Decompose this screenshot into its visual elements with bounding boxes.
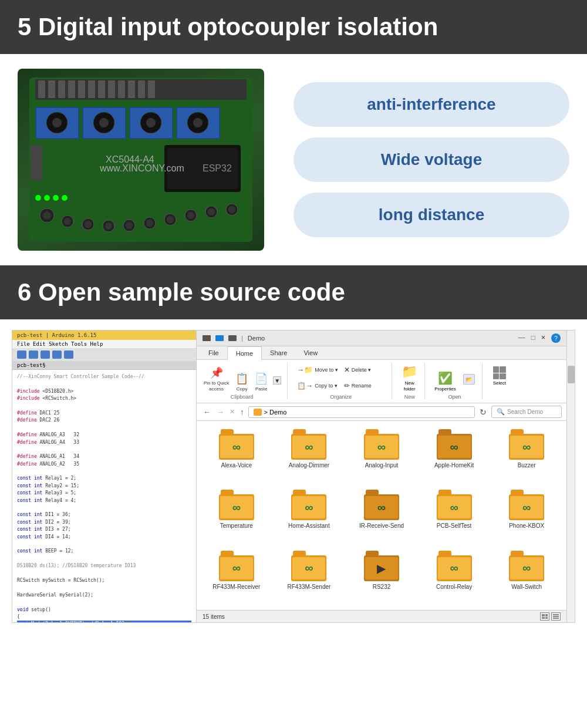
svg-rect-5	[68, 80, 75, 98]
upload-btn[interactable]	[29, 350, 38, 359]
help-btn[interactable]: ?	[551, 333, 561, 343]
new-folder-btn[interactable]: 📁 Newfolder	[399, 363, 420, 393]
forward-btn[interactable]: →	[215, 407, 226, 416]
file-item-control-relay[interactable]: ∞ Control-Relay	[420, 548, 488, 604]
open-btn[interactable]: 📂	[461, 373, 477, 386]
code-editor: pcb-test | Arduino 1.6.15 File Edit Sket…	[12, 330, 197, 623]
code-editor-toolbar	[12, 349, 196, 361]
refresh-icon[interactable]: ↻	[477, 407, 489, 417]
section2-title: 6 Open sample source code	[0, 265, 587, 319]
svg-rect-9	[108, 80, 115, 98]
search-placeholder: Search Demo	[507, 409, 543, 415]
svg-rect-55	[31, 145, 42, 180]
new-label: New	[404, 394, 415, 400]
file-item-analog-input[interactable]: ∞ Analog-Input	[348, 427, 416, 483]
up-btn[interactable]: ✕	[228, 408, 236, 416]
folder-icon-small	[254, 409, 262, 416]
section2-title-bar: 6 Open sample source code	[0, 265, 587, 319]
file-item-apple-homekit[interactable]: ∞ Apple-HomeKit	[420, 427, 488, 483]
address-path-box[interactable]: > Demo	[248, 406, 475, 418]
file-item-wall-switch[interactable]: ∞ Wall-Switch	[492, 548, 561, 604]
save-btn[interactable]	[64, 350, 73, 359]
delete-btn[interactable]: ✕Delete ▾	[342, 363, 387, 378]
file-name-analog-dimmer: Analog-Dimmer	[289, 462, 329, 469]
svg-rect-4	[58, 80, 65, 98]
scrollbar-thumb[interactable]	[568, 366, 575, 383]
ribbon-group-organize: →📁Move to ▾ ✕Delete ▾ 📋→Copy to ▾ ✏Renam…	[290, 363, 392, 400]
ribbon-group-new: 📁 Newfolder New	[394, 363, 425, 400]
select-label: Select	[493, 380, 506, 386]
paste-options-btn[interactable]: ▼	[272, 375, 282, 386]
rename-btn[interactable]: ✏Rename	[342, 379, 387, 393]
close-btn[interactable]: ×	[541, 333, 545, 343]
item-count: 15 items	[203, 614, 225, 620]
tab-file[interactable]: File	[200, 346, 227, 359]
svg-point-36	[43, 211, 51, 220]
verify-btn[interactable]	[17, 350, 26, 359]
svg-point-56	[35, 195, 41, 201]
pcb-svg: ESP32 XC5044-A4 www.XINCONY.com	[18, 69, 264, 251]
titlebar-icon-3	[228, 335, 237, 341]
file-name-rf433m-sender: RF433M-Sender	[287, 584, 330, 590]
pin-to-quick-btn[interactable]: 📌 Pin to Quickaccess	[201, 365, 231, 393]
code-editor-menu[interactable]: File Edit Sketch Tools Help	[12, 340, 196, 349]
file-name-rs232: RS232	[373, 584, 391, 590]
tab-share[interactable]: Share	[262, 346, 295, 359]
copy-to-btn[interactable]: 📋→Copy to ▾	[295, 379, 340, 393]
file-item-analog-dimmer[interactable]: ∞ Analog-Dimmer	[275, 427, 343, 483]
search-box[interactable]: 🔍 Search Demo	[491, 406, 562, 418]
feature-badge-1: anti-interference	[294, 82, 569, 127]
file-explorer: | Demo — □ × ? File Home Share View	[197, 330, 567, 623]
minimize-btn[interactable]: —	[518, 333, 525, 343]
new-btn[interactable]	[41, 350, 50, 359]
file-item-rs232[interactable]: ▶ RS232	[348, 548, 416, 604]
file-name-control-relay: Control-Relay	[436, 584, 472, 590]
grid-view-btn[interactable]	[540, 612, 549, 621]
file-item-buzzer[interactable]: ∞ Buzzer	[492, 427, 561, 483]
file-item-alexa-voice[interactable]: ∞ Alexa-Voice	[203, 427, 271, 483]
address-text: > Demo	[264, 409, 287, 416]
svg-point-58	[53, 195, 59, 201]
file-name-pcb-selftest: PCB-SelfTest	[437, 523, 471, 529]
list-view-btn[interactable]	[551, 612, 561, 621]
file-item-home-assistant[interactable]: ∞ Home-Assistant	[275, 487, 343, 543]
file-name-rf433m-receiver: RF433M-Receiver	[212, 584, 260, 590]
view-icons	[540, 612, 561, 621]
properties-btn[interactable]: ✅ Properties	[432, 370, 458, 393]
copy-label: Copy	[237, 386, 248, 392]
paste-btn[interactable]: 📄 Paste	[252, 371, 270, 393]
svg-point-42	[105, 223, 112, 230]
code-content[interactable]: //--XinConny Smart Controller Sample Cod…	[12, 370, 196, 622]
svg-point-44	[126, 222, 133, 229]
file-name-ir-receive-send: IR-Receive-Send	[359, 523, 404, 529]
svg-rect-11	[128, 80, 135, 98]
refresh-btn[interactable]: ↑	[238, 407, 246, 416]
tab-home[interactable]: Home	[227, 346, 262, 360]
file-item-phone-kbox[interactable]: ∞ Phone-KBOX	[492, 487, 561, 543]
file-item-temperature[interactable]: ∞ Temperature	[203, 487, 271, 543]
svg-point-59	[62, 195, 68, 201]
copy-btn[interactable]: 📋 Copy	[233, 371, 251, 393]
editor-menu: File Edit Sketch Tools Help	[17, 341, 103, 347]
tab-view[interactable]: View	[295, 346, 326, 359]
back-btn[interactable]: ←	[201, 407, 212, 416]
feature-badge-3: long distance	[294, 193, 569, 237]
file-name-home-assistant: Home-Assistant	[288, 523, 330, 529]
section1-title-bar: 5 Digital input optocoupler isolation	[0, 0, 587, 54]
explorer-window-title: Demo	[248, 335, 265, 342]
select-btn[interactable]: Select	[490, 363, 510, 400]
explorer-scrollbar[interactable]	[567, 330, 575, 623]
file-item-rf433m-receiver[interactable]: ∞ RF433M-Receiver	[203, 548, 271, 604]
titlebar-left: | Demo	[203, 335, 265, 342]
maximize-btn[interactable]: □	[531, 333, 535, 343]
svg-rect-3	[48, 80, 55, 98]
file-item-pcb-selftest[interactable]: ∞ PCB-SelfTest	[420, 487, 488, 543]
open-btn[interactable]	[52, 350, 62, 359]
svg-point-27	[146, 118, 156, 127]
product-image: ESP32 XC5044-A4 www.XINCONY.com	[18, 69, 264, 251]
ribbon-group-open: ✅ Properties 📂 Open	[427, 363, 482, 400]
file-item-rf433m-sender[interactable]: ∞ RF433M-Sender	[275, 548, 343, 604]
file-name-analog-input: Analog-Input	[365, 462, 399, 469]
file-item-ir-receive-send[interactable]: ∞ IR-Receive-Send	[348, 487, 416, 543]
move-to-btn[interactable]: →📁Move to ▾	[295, 363, 340, 378]
